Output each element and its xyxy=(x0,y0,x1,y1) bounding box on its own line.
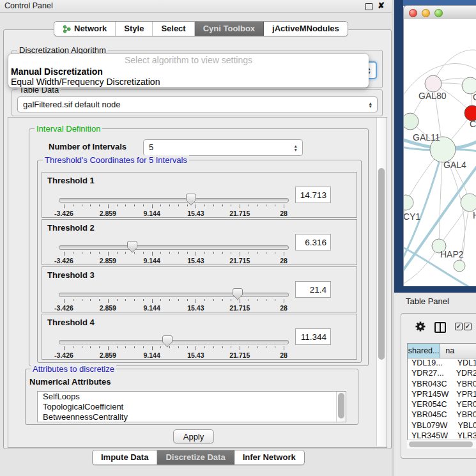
threshold-2-value-field[interactable] xyxy=(295,234,331,250)
number-of-intervals-label: Number of Intervals xyxy=(49,142,127,151)
node-label: HAP2 xyxy=(440,249,464,259)
checkbox-icon[interactable]: ✓ xyxy=(464,323,472,330)
table-row[interactable]: YER054CYER0 xyxy=(408,400,476,410)
threshold-1-value-field[interactable] xyxy=(295,187,331,203)
number-of-intervals-value: 5 xyxy=(149,142,153,152)
checkbox-icon[interactable]: ✓ xyxy=(455,323,463,330)
network-view-canvas[interactable]: GAL80GACGAL11GAL4GCY1HHAP2 xyxy=(403,19,476,286)
threshold-4-panel: Threshold 4-3.4262.8599.14415.4321.71528 xyxy=(42,314,357,360)
settings-scroll-panel: Interval Definition Number of Intervals … xyxy=(8,117,387,448)
threshold-3-panel: Threshold 3-3.4262.8599.14415.4321.71528 xyxy=(42,266,357,312)
cyni-mode-tab-bar: Impute DataDiscretize DataInfer Network xyxy=(92,450,305,465)
threshold-3-slider[interactable]: -3.4262.8599.14415.4321.71528 xyxy=(59,293,289,311)
threshold-4-label: Threshold 4 xyxy=(47,318,95,327)
table-panel-title: Table Panel xyxy=(406,296,449,306)
gal11-node[interactable] xyxy=(404,113,418,130)
node-table[interactable]: shared... na YDL19...YDL1YDR27...YDR2YBR… xyxy=(407,343,476,441)
network-window-titlebar[interactable] xyxy=(403,5,476,20)
attributes-group: Attributes to discretize Numerical Attri… xyxy=(25,369,358,425)
control-panel-titlebar: Control Panel ✘ xyxy=(0,0,394,13)
settings-panel-scrollbar[interactable] xyxy=(376,118,387,446)
float-window-icon[interactable] xyxy=(365,3,372,10)
threshold-3-value-field[interactable] xyxy=(295,281,331,298)
column-header-name[interactable]: na xyxy=(440,344,476,358)
threshold-2-panel: Threshold 2-3.4262.8599.14415.4321.71528 xyxy=(42,219,357,265)
dropdown-options: Manual DiscretizationEqual Width/Frequen… xyxy=(8,66,369,87)
minimize-traffic-light-icon[interactable] xyxy=(422,9,430,17)
tab-infer-network[interactable]: Infer Network xyxy=(234,450,304,464)
control-panel-tab-bar: NetworkStyleSelectCyni ToolboxjActiveMNo… xyxy=(54,21,348,36)
table-panel-container: ✓ ✓ shared... na YDL19...YDL1YDR27...YDR… xyxy=(401,313,476,459)
apply-button[interactable]: Apply xyxy=(173,429,214,443)
threshold-3-label: Threshold 3 xyxy=(47,270,95,280)
scrollbar-thumb[interactable] xyxy=(378,168,385,360)
attributes-group-label: Attributes to discretize xyxy=(31,364,116,374)
network-frame-border-bottom xyxy=(394,286,476,293)
number-of-intervals-spinner[interactable]: 5 ▲▼ xyxy=(143,139,303,156)
close-icon[interactable]: ✘ xyxy=(378,1,385,10)
threshold-4-slider[interactable]: -3.4262.8599.14415.4321.71528 xyxy=(59,340,289,358)
node-label: C xyxy=(470,119,476,129)
gear-icon[interactable] xyxy=(415,321,426,335)
node-label: GAL80 xyxy=(418,91,447,101)
numerical-attributes-label: Numerical Attributes xyxy=(29,377,111,387)
zoom-traffic-light-icon[interactable] xyxy=(434,9,443,17)
table-data-value: galFiltered.sif default node xyxy=(23,100,120,109)
threshold-1-panel: Threshold 1-3.4262.8599.14415.4321.71528 xyxy=(42,172,357,218)
tab-impute-data[interactable]: Impute Data xyxy=(93,450,157,464)
scrollbar-thumb[interactable] xyxy=(338,393,344,418)
thresholds-group-label: Threshold's Coordinates for 5 Intervals xyxy=(43,155,189,165)
threshold-1-label: Threshold 1 xyxy=(47,176,95,185)
node-label: GAL11 xyxy=(413,132,440,142)
table-row[interactable]: YDR27...YDR2 xyxy=(408,369,476,379)
tab-style[interactable]: Style xyxy=(116,22,153,36)
table-row[interactable]: YBR045CYBR0 xyxy=(408,410,476,420)
node-label: GA xyxy=(473,92,476,102)
table-row[interactable]: YBR043CYBR0 xyxy=(408,380,476,390)
table-rows: YDL19...YDL1YDR27...YDR2YBR043CYBR0YPR14… xyxy=(408,358,476,441)
screenshot-root: Control Panel ✘ NetworkStyleSelectCyni T… xyxy=(0,0,476,476)
tab-jactivemnodules[interactable]: jActiveMNodules xyxy=(264,22,348,36)
split-columns-icon[interactable] xyxy=(434,322,446,333)
column-header-shared-name[interactable]: shared... xyxy=(408,344,440,358)
combo-stepper-icon: ▲▼ xyxy=(369,101,372,108)
right-node[interactable] xyxy=(461,194,476,211)
threshold-1-slider[interactable]: -3.4262.8599.14415.4321.71528 xyxy=(59,198,289,216)
table-data-combobox[interactable]: galFiltered.sif default node ▲▼ xyxy=(17,96,378,112)
interval-definition-group: Interval Definition Number of Intervals … xyxy=(29,128,369,366)
attribute-list-item[interactable]: BetweennessCentrality xyxy=(38,412,346,422)
tab-network[interactable]: Network xyxy=(54,22,116,36)
spinner-stepper-icon: ▲▼ xyxy=(294,144,298,151)
attributes-list-scrollbar[interactable] xyxy=(336,392,346,422)
table-row[interactable]: YBL079WYBL0 xyxy=(408,421,476,431)
gal80-node[interactable] xyxy=(425,75,441,92)
table-horizontal-scrollbar[interactable] xyxy=(407,440,476,449)
network-graph: GAL80GACGAL11GAL4GCY1HHAP2 xyxy=(404,19,476,286)
numerical-attributes-list[interactable]: SelfLoopsTopologicalCoefficientBetweenne… xyxy=(37,391,346,422)
network-icon xyxy=(63,25,71,33)
node-label: H xyxy=(473,210,476,220)
table-row[interactable]: YPR145WYPR1 xyxy=(408,390,476,400)
table-panel: Table Panel ✓ ✓ shared... na YDL19...YDL… xyxy=(394,293,476,476)
bottom-node[interactable] xyxy=(454,260,465,272)
threshold-2-label: Threshold 2 xyxy=(47,223,95,233)
attribute-list-item[interactable]: TopologicalCoefficient xyxy=(38,402,346,412)
tab-select[interactable]: Select xyxy=(153,22,194,36)
table-row[interactable]: YDL19...YDL1 xyxy=(408,358,476,369)
desktop-background xyxy=(394,0,403,293)
interval-definition-group-label: Interval Definition xyxy=(35,124,102,134)
table-header-row: shared... na xyxy=(408,344,476,358)
threshold-4-value-field[interactable] xyxy=(295,328,331,345)
node-label: GCY1 xyxy=(404,211,420,222)
dropdown-option-equal-width-frequency-discretization[interactable]: Equal Width/Frequency Discretization xyxy=(8,77,369,87)
gcy1-node[interactable] xyxy=(404,195,413,210)
close-traffic-light-icon[interactable] xyxy=(409,9,417,17)
dropdown-option-manual-discretization[interactable]: Manual Discretization xyxy=(8,66,369,77)
tab-discretize-data[interactable]: Discretize Data xyxy=(157,450,234,464)
scrollbar-thumb[interactable] xyxy=(409,441,473,447)
attribute-list-item[interactable]: SelfLoops xyxy=(38,392,346,402)
tab-cyni-toolbox[interactable]: Cyni Toolbox xyxy=(195,22,264,36)
algorithm-dropdown-popup: Select algorithm to view settings Manual… xyxy=(8,54,369,88)
dropdown-hint: Select algorithm to view settings xyxy=(8,54,369,66)
threshold-2-slider[interactable]: -3.4262.8599.14415.4321.71528 xyxy=(59,245,289,263)
